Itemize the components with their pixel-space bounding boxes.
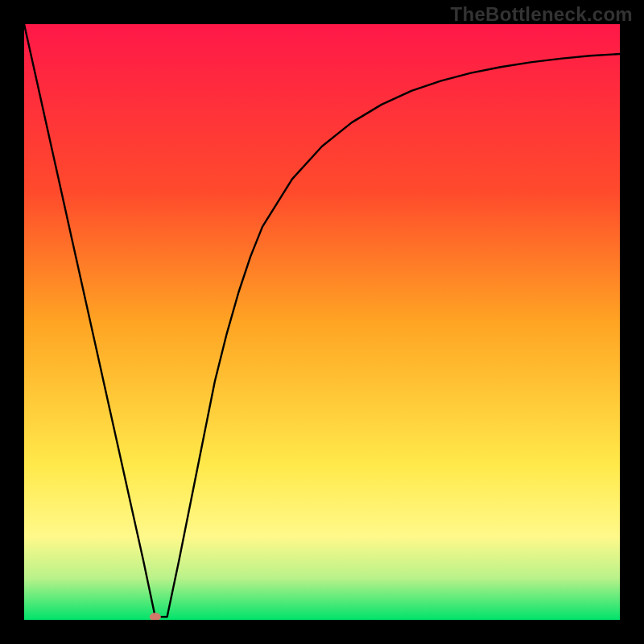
plot-area xyxy=(24,24,620,620)
watermark-text: TheBottleneck.com xyxy=(451,3,633,26)
chart-frame: TheBottleneck.com xyxy=(0,0,644,644)
chart-svg xyxy=(24,24,620,620)
gradient-background xyxy=(24,24,620,620)
